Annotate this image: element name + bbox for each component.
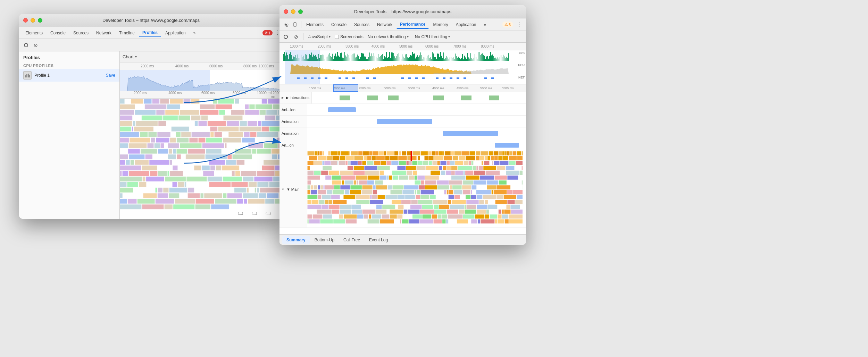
screenshots-toggle[interactable]: Screenshots: [335, 34, 364, 39]
bottom-mark-8000: 8000 ms: [233, 91, 246, 95]
animation4-label-text: An...on: [282, 143, 294, 147]
tab-profiles[interactable]: Profiles: [139, 29, 161, 37]
animation3-track-label[interactable]: Animation: [279, 127, 307, 139]
interactions-track-row: ▶ ▶ Interactions: [279, 92, 526, 104]
right-close-button[interactable]: [284, 9, 288, 14]
anim1-bar: [328, 107, 356, 112]
main-track-label[interactable]: ▼ ▼ Main: [279, 151, 307, 227]
ruler-mark-8000: 8000 ms: [243, 64, 257, 68]
close-button[interactable]: [23, 18, 28, 23]
d-mark-1500: 1500 ms: [309, 86, 321, 90]
right-tab-application[interactable]: Application: [452, 21, 480, 28]
right-window-controls: [284, 9, 303, 14]
bottom-mark-10000: 10000 ms: [257, 91, 272, 95]
main-label-text: ▼ Main: [286, 187, 300, 191]
right-more-menu[interactable]: ⋮: [515, 21, 523, 28]
overview-chart-canvas: [279, 50, 516, 84]
ov-mark-2000: 2000 ms: [318, 44, 331, 48]
ruler-mark-6000: 6000 ms: [209, 64, 223, 68]
bottom-tab-calltree[interactable]: Call Tree: [339, 236, 364, 244]
tab-more[interactable]: »: [190, 29, 199, 37]
network-throttle-dropdown[interactable]: No network throttling ▾: [366, 33, 411, 40]
tab-timeline[interactable]: Timeline: [116, 29, 138, 37]
right-window-title: Developer Tools – https://www.google.com…: [354, 9, 451, 14]
tab-network[interactable]: Network: [93, 29, 115, 37]
right-devtools-window: Developer Tools – https://www.google.com…: [279, 5, 526, 245]
screenshots-checkbox[interactable]: [335, 35, 339, 39]
chart-top-ruler: 2000 ms 4000 ms 6000 ms 8000 ms 10000 ms: [120, 63, 283, 70]
animation2-track-label[interactable]: Animation: [279, 116, 307, 127]
profile-1-item[interactable]: Profile 1 Save: [19, 69, 119, 82]
animation3-label-text: Animation: [282, 131, 299, 135]
chart-type-label: Chart: [123, 54, 134, 59]
d-mark-3000: 3000 ms: [384, 86, 396, 90]
right-tab-performance[interactable]: Performance: [397, 20, 429, 29]
cpu-throttle-dropdown[interactable]: No CPU throttling ▾: [413, 33, 452, 40]
inspect-element-button[interactable]: [282, 20, 291, 29]
bottom-tab-bottomup[interactable]: Bottom-Up: [310, 236, 339, 244]
cpu-dropdown-arrow: ▾: [448, 35, 450, 39]
svg-rect-0: [25, 75, 26, 77]
animation1-track-label[interactable]: Ani...ion: [279, 104, 307, 115]
bottom-tabs: Summary Bottom-Up Call Tree Event Log: [279, 234, 526, 245]
fps-label: FPS: [518, 51, 525, 55]
right-tab-more[interactable]: »: [481, 21, 490, 28]
main-track-content: [307, 151, 526, 227]
animation1-track-row: Ani...ion: [279, 104, 526, 116]
animation4-track-label[interactable]: An...on: [279, 139, 307, 151]
detail-ruler: 1500 ms 2000 ms 2500 ms 3000 ms 3500 ms …: [279, 84, 526, 92]
tab-console[interactable]: Console: [47, 29, 69, 37]
svg-rect-3: [29, 75, 30, 77]
bottom-tab-summary[interactable]: Summary: [282, 236, 310, 244]
bottom-tab-eventlog[interactable]: Event Log: [365, 236, 392, 244]
perf-record-icon: [284, 35, 288, 39]
maximize-button[interactable]: [38, 18, 42, 23]
chart-type-select[interactable]: Chart ▾: [123, 54, 137, 59]
tab-sources[interactable]: Sources: [70, 29, 92, 37]
warning-icon: ⚠: [504, 22, 508, 27]
right-tab-elements[interactable]: Elements: [303, 21, 327, 28]
stop-button[interactable]: ⊘: [32, 41, 40, 49]
bottom-mark-2000: 2000 ms: [134, 91, 147, 95]
ov-mark-6000: 6000 ms: [425, 44, 439, 48]
ov-mark-3000: 3000 ms: [345, 44, 359, 48]
perf-record-button[interactable]: [282, 33, 290, 41]
cpu-profiles-section: CPU PROFILES: [19, 62, 119, 69]
device-toolbar-button[interactable]: [291, 20, 300, 29]
net-label: NET: [518, 76, 525, 79]
record-button[interactable]: [22, 41, 30, 49]
right-maximize-button[interactable]: [298, 9, 303, 14]
network-dropdown-arrow: ▾: [407, 35, 409, 39]
right-minimize-button[interactable]: [291, 9, 295, 14]
flame-chart-area: (...) (...) (...): [120, 99, 283, 219]
interactions-track-label[interactable]: ▶ ▶ Interactions: [279, 92, 312, 103]
detail-ruler-inner: 1500 ms 2000 ms 2500 ms 3000 ms 3500 ms …: [279, 84, 526, 92]
right-tab-console[interactable]: Console: [328, 21, 350, 28]
ov-mark-5000: 5000 ms: [399, 44, 412, 48]
tab-application[interactable]: Application: [162, 29, 189, 37]
left-window-title: Developer Tools – https://www.google.com…: [102, 18, 200, 23]
overview-panel: 1000 ms 2000 ms 3000 ms 4000 ms 5000 ms …: [279, 43, 526, 84]
profile-1-name: Profile 1: [34, 73, 103, 78]
right-tab-network[interactable]: Network: [374, 21, 396, 28]
profile-chart-icon: [25, 73, 30, 78]
ellipsis-2: (...): [252, 211, 257, 215]
left-chart-area: Chart ▾ 2000 ms 4000 ms 6000 ms 8000 ms …: [120, 51, 283, 219]
overview-charts: FPS CPU NET: [279, 50, 526, 84]
save-profile-link[interactable]: Save: [106, 73, 115, 78]
detail-panel: 1500 ms 2000 ms 2500 ms 3000 ms 3500 ms …: [279, 84, 526, 234]
bottom-mark-4000: 4000 ms: [168, 91, 182, 95]
ruler-marks-container: 2000 ms 4000 ms 6000 ms 8000 ms 10000 ms: [120, 63, 283, 70]
animation1-label-text: Ani...ion: [282, 108, 295, 112]
d-mark-5000: 5000 ms: [480, 86, 492, 90]
right-tab-sources[interactable]: Sources: [351, 21, 373, 28]
tab-elements[interactable]: Elements: [22, 29, 46, 37]
right-tab-memory[interactable]: Memory: [429, 21, 451, 28]
js-profiler-dropdown[interactable]: JavaScript ▾: [306, 33, 333, 40]
perf-stop-button[interactable]: ⊘: [292, 33, 300, 41]
js-profiler-label: JavaScript: [308, 34, 328, 39]
minimize-button[interactable]: [31, 18, 35, 23]
d-mark-3500: 3500 ms: [408, 86, 420, 90]
bottom-mark-6000: 6000 ms: [201, 91, 215, 95]
cpu-label: CPU: [518, 63, 525, 67]
